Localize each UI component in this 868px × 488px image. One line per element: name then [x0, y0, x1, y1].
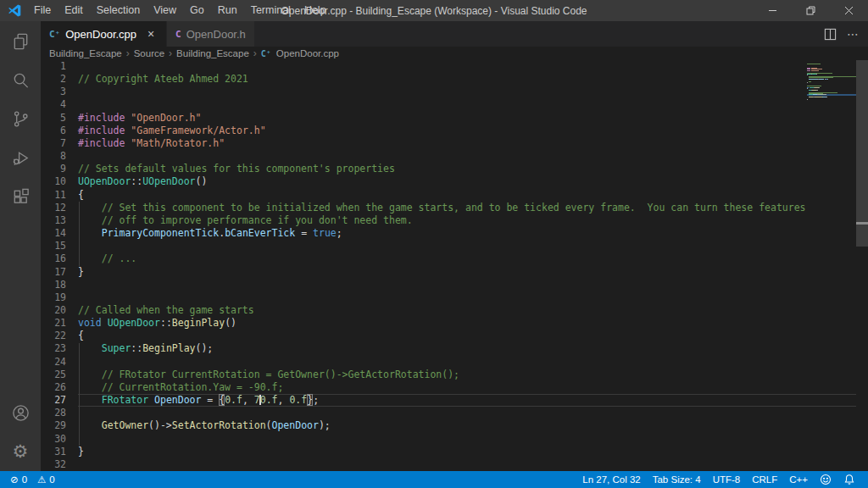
line-number[interactable]: 4: [41, 98, 78, 111]
breadcrumb-item[interactable]: OpenDoor.cpp: [275, 48, 341, 58]
line-number[interactable]: 25: [41, 369, 78, 381]
code-line[interactable]: 9// Sets default values for this compone…: [41, 163, 856, 175]
run-debug-icon[interactable]: [0, 138, 41, 177]
status-ln-27-col-32[interactable]: Ln 27, Col 32: [576, 471, 646, 488]
menu-help[interactable]: Help: [298, 0, 333, 21]
status-c-[interactable]: C++: [783, 471, 814, 488]
code-line[interactable]: 12 // Set this component to be initializ…: [41, 202, 856, 214]
code-line[interactable]: 17}: [41, 266, 856, 279]
line-number[interactable]: 31: [41, 446, 78, 458]
status-warnings[interactable]: ⚠0: [34, 471, 58, 488]
line-number[interactable]: 26: [41, 381, 78, 394]
line-number[interactable]: 5: [41, 112, 78, 125]
more-actions-icon[interactable]: ⋯: [847, 27, 860, 41]
code-line[interactable]: 5#include "OpenDoor.h": [41, 112, 856, 125]
code-line[interactable]: 2// Copyright Ateeb Ahmed 2021: [41, 73, 856, 86]
code-line[interactable]: 31}: [41, 446, 856, 458]
status-errors[interactable]: ⊘0: [7, 471, 31, 488]
code-line[interactable]: 19: [41, 291, 856, 304]
line-number[interactable]: 16: [41, 252, 78, 265]
menu-run[interactable]: Run: [211, 0, 244, 21]
breadcrumb-item[interactable]: Building_Escape: [175, 48, 251, 58]
code-line[interactable]: 1: [41, 60, 856, 73]
line-number[interactable]: 11: [41, 189, 78, 202]
code-editor[interactable]: 12// Copyright Ateeb Ahmed 2021345#inclu…: [41, 60, 868, 471]
tab-close-icon[interactable]: ×: [144, 27, 158, 41]
close-button[interactable]: [830, 0, 868, 21]
line-number[interactable]: 32: [41, 458, 78, 471]
code-line[interactable]: 20// Called when the game starts: [41, 304, 856, 317]
code-line[interactable]: 4: [41, 98, 856, 111]
breadcrumb-item[interactable]: Building_Escape: [47, 48, 124, 58]
line-number[interactable]: 17: [41, 266, 78, 279]
search-icon[interactable]: [0, 60, 41, 99]
code-line[interactable]: 18: [41, 279, 856, 291]
code-line[interactable]: 11{: [41, 189, 856, 202]
restore-button[interactable]: [792, 0, 830, 21]
code-line[interactable]: 8: [41, 150, 856, 163]
line-number[interactable]: 6: [41, 125, 78, 137]
line-number[interactable]: 23: [41, 342, 78, 355]
code-line[interactable]: 30: [41, 433, 856, 446]
code-line[interactable]: 3: [41, 86, 856, 98]
code-line[interactable]: 10UOpenDoor::UOpenDoor(): [41, 175, 856, 188]
code-line[interactable]: 27 FRotator OpenDoor = {0.f, 70.f, 0.f};: [41, 394, 856, 407]
line-number[interactable]: 2: [41, 73, 78, 86]
tab-opendoor.cpp[interactable]: C⁺OpenDoor.cpp×: [41, 21, 167, 47]
split-editor-icon[interactable]: [824, 28, 837, 41]
breadcrumb-item[interactable]: Source: [132, 48, 166, 58]
line-number[interactable]: 28: [41, 407, 78, 419]
code-line[interactable]: 16 // ...: [41, 252, 856, 265]
notifications-bell-icon[interactable]: [837, 471, 861, 488]
code-line[interactable]: 14 PrimaryComponentTick.bCanEverTick = t…: [41, 227, 856, 240]
status-crlf[interactable]: CRLF: [746, 471, 783, 488]
menu-terminal[interactable]: Terminal: [244, 0, 298, 21]
menu-view[interactable]: View: [147, 0, 183, 21]
code-line[interactable]: 6#include "GameFramework/Actor.h": [41, 125, 856, 137]
line-number[interactable]: 1: [41, 60, 78, 73]
line-number[interactable]: 30: [41, 433, 78, 446]
code-line[interactable]: 13 // off to improve performance if you …: [41, 214, 856, 227]
tab-opendoor.h[interactable]: COpenDoor.h: [167, 21, 255, 47]
line-number[interactable]: 19: [41, 291, 78, 304]
code-line[interactable]: 22{: [41, 330, 856, 342]
line-number[interactable]: 21: [41, 317, 78, 330]
menu-go[interactable]: Go: [183, 0, 211, 21]
line-number[interactable]: 22: [41, 330, 78, 342]
line-number[interactable]: 9: [41, 163, 78, 175]
menu-selection[interactable]: Selection: [90, 0, 147, 21]
extensions-icon[interactable]: [0, 177, 41, 216]
line-number[interactable]: 24: [41, 356, 78, 369]
code-line[interactable]: 32: [41, 458, 856, 471]
line-number[interactable]: 27: [41, 394, 78, 407]
status-utf-8[interactable]: UTF-8: [707, 471, 747, 488]
line-number[interactable]: 13: [41, 214, 78, 227]
line-number[interactable]: 14: [41, 227, 78, 240]
line-number[interactable]: 29: [41, 419, 78, 432]
feedback-smiley-icon[interactable]: [814, 471, 837, 488]
menu-edit[interactable]: Edit: [58, 0, 90, 21]
line-number[interactable]: 8: [41, 150, 78, 163]
settings-gear-icon[interactable]: ⚙: [0, 432, 41, 471]
line-number[interactable]: 3: [41, 86, 78, 98]
status-tab-size-4[interactable]: Tab Size: 4: [647, 471, 707, 488]
menu-file[interactable]: File: [27, 0, 58, 21]
source-control-icon[interactable]: [0, 99, 41, 138]
line-number[interactable]: 18: [41, 279, 78, 291]
account-icon[interactable]: [0, 393, 41, 432]
line-number[interactable]: 10: [41, 175, 78, 188]
code-line[interactable]: 15: [41, 240, 856, 252]
line-number[interactable]: 7: [41, 137, 78, 150]
code-line[interactable]: 28: [41, 407, 856, 419]
line-number[interactable]: 20: [41, 304, 78, 317]
code-line[interactable]: 23 Super::BeginPlay();: [41, 342, 856, 355]
code-line[interactable]: 21void UOpenDoor::BeginPlay(): [41, 317, 856, 330]
scrollbar-thumb[interactable]: [856, 60, 868, 247]
code-line[interactable]: 25 // FRotator CurrentRotation = GetOwne…: [41, 369, 856, 381]
minimap[interactable]: [807, 61, 856, 102]
explorer-icon[interactable]: [0, 21, 41, 60]
code-line[interactable]: 24: [41, 356, 856, 369]
line-number[interactable]: 12: [41, 202, 78, 214]
code-line[interactable]: 26 // CurrentRotation.Yaw = -90.f;: [41, 381, 856, 394]
minimize-button[interactable]: [754, 0, 792, 21]
